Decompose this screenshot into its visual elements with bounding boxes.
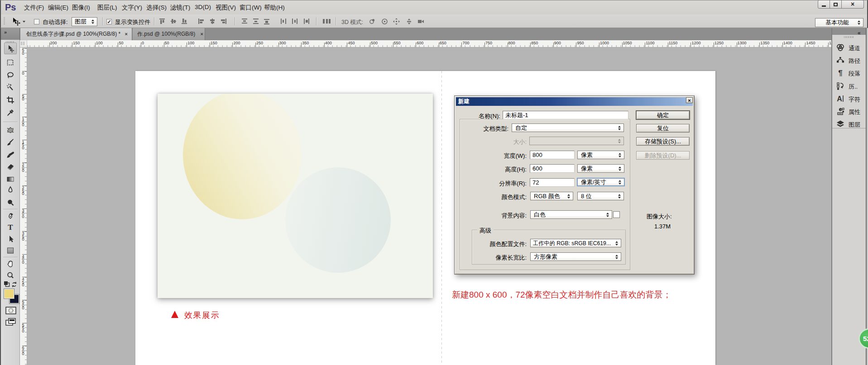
svg-text:T: T (8, 223, 13, 231)
svg-text:A: A (837, 95, 842, 103)
svg-text:¶: ¶ (838, 69, 842, 77)
